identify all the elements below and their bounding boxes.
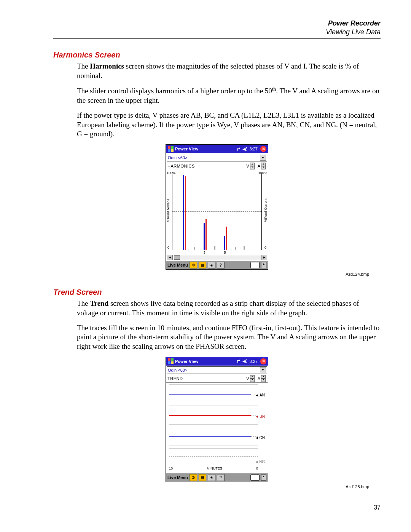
live-menubar: Live Menu Φ ▦ ◈ ? ▲	[166, 261, 268, 269]
trend-p1: The Trend screen shows live data being r…	[77, 299, 381, 318]
device-dropdown[interactable]: Odin <60> ▼	[167, 154, 267, 161]
chevron-down-icon[interactable]: ▼	[260, 367, 266, 373]
harmonics-screenshot: Power View ⇄ ◀ξ 3:27 ✕ Odin <60> ▼ HARMO…	[166, 144, 268, 270]
header-rule	[53, 38, 381, 39]
heading-harmonics: Harmonics Screen	[53, 51, 381, 59]
window-title: Power View	[175, 359, 198, 364]
window-titlebar: Power View ⇄ ◀ξ 3:27 ✕	[166, 357, 268, 366]
window-titlebar: Power View ⇄ ◀ξ 3:27 ✕	[166, 145, 268, 153]
caption-harmonics: Azd124.bmp	[53, 272, 369, 276]
menu-btn-1[interactable]: Φ	[190, 474, 197, 481]
clock-text: 3:27	[250, 359, 258, 364]
heading-trend: Trend Screen	[53, 288, 381, 297]
caption-trend: Azd125.bmp	[53, 484, 369, 489]
y-axis-left: 100% %Fund Voltage 0	[166, 170, 172, 250]
bar-h3-b	[206, 219, 207, 250]
device-dropdown[interactable]: Odin <60> ▼	[167, 366, 267, 374]
volume-icon[interactable]: ◀ξ	[242, 147, 247, 152]
windows-logo-icon	[167, 358, 174, 364]
trend-row-an: AN	[169, 384, 258, 403]
v-scale-spinner[interactable]: ▲▼	[250, 163, 255, 169]
menu-btn-2[interactable]: ▦	[199, 262, 206, 268]
bar-h5-b	[226, 227, 227, 250]
page-number: 37	[53, 504, 381, 511]
menu-btn-2[interactable]: ▦	[199, 474, 206, 481]
close-button[interactable]: ✕	[260, 358, 266, 364]
y-axis-right: 100% %Fund Current 0	[262, 170, 268, 250]
close-button[interactable]: ✕	[260, 146, 266, 152]
header-line1: Power Recorder	[53, 19, 381, 28]
trend-p2: The traces fill the screen in 10 minutes…	[77, 323, 381, 351]
expand-up-button[interactable]: ▲	[261, 262, 266, 268]
harmonics-p2: The slider control displays harmonics of…	[77, 86, 381, 105]
volume-icon[interactable]: ◀ξ	[242, 359, 247, 364]
sync-icon[interactable]: ⇄	[237, 147, 240, 152]
v-scale-spinner[interactable]: ▲▼	[250, 375, 255, 382]
a-scale-spinner[interactable]: ▲▼	[261, 163, 266, 169]
trend-x-axis: 10 MINUTES 0	[169, 466, 258, 470]
trend-row-ng: NG	[169, 448, 258, 464]
help-icon[interactable]: ?	[217, 474, 225, 481]
header-line2: Viewing Live Data	[53, 28, 381, 37]
chevron-down-icon[interactable]: ▼	[260, 155, 266, 161]
window-title: Power View	[175, 147, 198, 151]
screen-subbar: HARMONICS V ▲▼ A ▲▼	[166, 162, 268, 170]
bar-h5-a	[224, 236, 225, 250]
clock-text: 3:27	[250, 147, 258, 151]
scroll-thumb[interactable]	[174, 255, 180, 260]
keyboard-icon[interactable]	[250, 262, 260, 268]
help-icon[interactable]: ?	[217, 262, 225, 268]
screen-subbar: TREND V ▲▼ A ▲▼	[166, 375, 268, 383]
harmonics-p3: If the power type is delta, V phases are…	[77, 111, 381, 139]
harmonics-plotarea: 3 5	[172, 173, 262, 250]
live-menubar: Live Menu Φ ▦ ◈ ? ▲	[166, 473, 268, 482]
trend-plot: AN BN CN NG 10 MINUTES 0	[166, 383, 268, 473]
page-header: Power Recorder Viewing Live Data	[53, 19, 381, 36]
harmonics-p1: The Harmonics screen shows the magnitude…	[77, 62, 381, 80]
harmonic-slider[interactable]: ◀ ▶	[167, 255, 267, 260]
harmonics-plot: 100% %Fund Voltage 0	[166, 170, 268, 250]
expand-up-button[interactable]: ▲	[261, 474, 266, 481]
menu-btn-1[interactable]: Φ	[190, 262, 197, 268]
windows-logo-icon	[167, 146, 174, 152]
bar-h1-a	[183, 175, 184, 250]
sync-icon[interactable]: ⇄	[237, 359, 240, 364]
scroll-left-button[interactable]: ◀	[167, 255, 173, 260]
trend-row-bn: BN	[169, 406, 258, 425]
menu-btn-3[interactable]: ◈	[208, 474, 215, 481]
bar-h3-a	[204, 223, 205, 250]
trend-screenshot: Power View ⇄ ◀ξ 3:27 ✕ Odin <60> ▼ TREND…	[166, 357, 268, 482]
bar-h1-b	[185, 176, 186, 250]
menu-btn-3[interactable]: ◈	[208, 262, 215, 268]
trend-row-cn: CN	[169, 427, 258, 446]
a-scale-spinner[interactable]: ▲▼	[261, 375, 266, 382]
scroll-right-button[interactable]: ▶	[261, 255, 267, 260]
keyboard-icon[interactable]	[250, 474, 260, 481]
